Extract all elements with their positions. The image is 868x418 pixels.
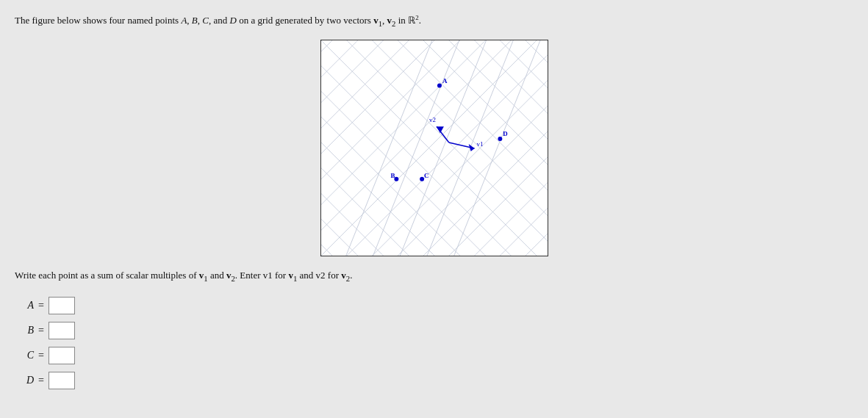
- equation-row-B: B =: [24, 322, 853, 339]
- label-C: C: [424, 172, 428, 179]
- svg-line-4: [421, 40, 548, 256]
- svg-line-28: [335, 40, 547, 241]
- svg-marker-50: [436, 126, 443, 133]
- input-C[interactable]: [49, 347, 75, 364]
- input-B[interactable]: [49, 322, 75, 339]
- input-D[interactable]: [49, 372, 75, 389]
- svg-line-27: [321, 40, 548, 256]
- label-eq-C: C: [24, 350, 34, 361]
- svg-line-26: [321, 40, 548, 256]
- svg-line-6: [321, 40, 548, 256]
- svg-line-32: [437, 40, 547, 139]
- svg-line-9: [361, 81, 547, 256]
- svg-line-8: [335, 55, 547, 256]
- label-B: B: [390, 172, 395, 179]
- equals-B: =: [38, 325, 44, 336]
- grid-svg: v2 v1 A B C D: [321, 40, 548, 256]
- label-A: A: [442, 77, 447, 84]
- v2-label: v2: [429, 116, 436, 123]
- label-D: D: [503, 130, 507, 137]
- equations-block: A = B = C = D =: [24, 297, 853, 389]
- svg-line-35: [514, 40, 548, 62]
- equation-row-C: C =: [24, 347, 853, 364]
- equation-row-A: A =: [24, 297, 853, 314]
- svg-line-37: [321, 40, 548, 256]
- svg-line-7: [321, 40, 548, 256]
- label-eq-A: A: [24, 300, 34, 311]
- equals-D: =: [38, 375, 44, 386]
- svg-line-17: [321, 40, 548, 256]
- equals-A: =: [38, 300, 44, 311]
- input-A[interactable]: [49, 297, 75, 314]
- label-eq-B: B: [24, 325, 34, 336]
- label-eq-D: D: [24, 375, 34, 386]
- svg-line-33: [463, 40, 547, 113]
- intro-text: The figure below shows four named points…: [15, 13, 853, 29]
- point-D: [498, 137, 502, 141]
- grid-canvas: v2 v1 A B C D: [320, 40, 548, 256]
- svg-line-13: [463, 183, 547, 256]
- grid-figure: v2 v1 A B C D: [15, 40, 853, 256]
- svg-rect-0: [321, 40, 548, 256]
- v1-label: v1: [476, 140, 483, 148]
- equals-C: =: [38, 350, 44, 361]
- page-container: The figure below shows four named points…: [15, 13, 853, 418]
- write-instruction: Write each point as a sum of scalar mult…: [15, 268, 853, 285]
- svg-line-12: [437, 157, 547, 256]
- svg-line-15: [514, 234, 548, 256]
- point-A: [437, 84, 441, 88]
- svg-line-29: [361, 40, 547, 215]
- svg-line-11: [412, 131, 548, 256]
- equation-row-D: D =: [24, 372, 853, 389]
